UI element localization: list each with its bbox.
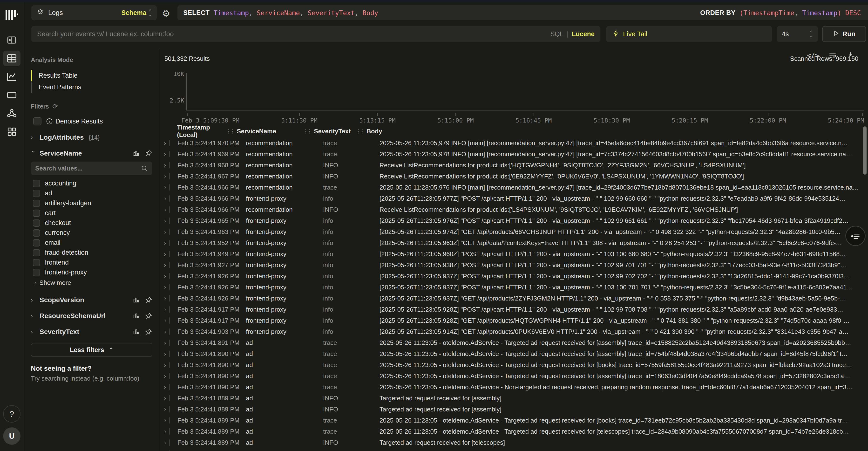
table-row[interactable]: ›Feb 3 5:24:41.966 PMfrontend-proxyinfo[…	[160, 193, 868, 204]
table-scrollbar[interactable]	[863, 126, 867, 233]
mode-results-table[interactable]: Results Table	[31, 70, 152, 81]
expand-row-icon[interactable]: ›	[160, 405, 169, 413]
table-row[interactable]: ›Feb 3 5:24:41.927 PMfrontend-proxyinfo[…	[160, 260, 868, 271]
table-row[interactable]: ›Feb 3 5:24:41.889 PMadINFOTargeted ad r…	[160, 437, 868, 448]
checkbox[interactable]	[33, 190, 40, 197]
expand-row-icon[interactable]: ›	[160, 317, 169, 324]
bar-chart-icon[interactable]	[133, 150, 140, 157]
expand-row-icon[interactable]: ›	[160, 417, 169, 424]
run-button[interactable]: Run	[822, 26, 866, 42]
refresh-filters-icon[interactable]: ⟳	[52, 102, 58, 111]
expand-row-icon[interactable]: ›	[160, 350, 169, 358]
table-row[interactable]: ›Feb 3 5:24:41.963 PMfrontend-proxyinfo[…	[160, 226, 868, 237]
checkbox[interactable]	[33, 180, 40, 187]
expand-row-icon[interactable]: ›	[160, 262, 169, 269]
expand-row-icon[interactable]: ›	[160, 273, 169, 280]
filter-group-scopeversion[interactable]: ›ScopeVersion	[31, 296, 152, 304]
expand-row-icon[interactable]: ›	[160, 217, 169, 224]
source-selector[interactable]: Logs Schema ⌃⌄	[31, 5, 157, 20]
expand-row-icon[interactable]: ›	[160, 228, 169, 236]
expand-row-icon[interactable]: ›	[160, 239, 169, 247]
expand-row-icon[interactable]: ›	[160, 161, 169, 169]
expand-row-icon[interactable]: ›	[160, 339, 169, 347]
orderby-query-input[interactable]: ORDER BY (TimestampTime, Timestamp) DESC	[694, 5, 868, 20]
filter-value-cart[interactable]: cart	[31, 208, 152, 218]
expand-row-icon[interactable]: ›	[160, 250, 169, 258]
checkbox[interactable]	[33, 219, 40, 227]
filter-value-frontend[interactable]: frontend	[31, 258, 152, 267]
filter-value-email[interactable]: email	[31, 238, 152, 248]
expand-row-icon[interactable]: ›	[160, 283, 169, 291]
table-row[interactable]: ›Feb 3 5:24:41.969 PMrecommendationtrace…	[160, 149, 868, 160]
search-bar[interactable]: Search your events w/ Lucene ex. column:…	[31, 26, 600, 42]
filter-group-severitytext[interactable]: ›SeverityText	[31, 328, 152, 336]
table-row[interactable]: ›Feb 3 5:24:41.917 PMfrontend-proxyinfo[…	[160, 315, 868, 326]
expand-row-icon[interactable]: ›	[160, 206, 169, 213]
mode-sql[interactable]: SQL	[550, 30, 563, 38]
sidebar-item-sessions[interactable]	[3, 32, 21, 48]
table-row[interactable]: ›Feb 3 5:24:41.889 PMadtrace2025-05-26 1…	[160, 415, 868, 426]
table-row[interactable]: ›Feb 3 5:24:41.889 PMadtrace2025-05-26 1…	[160, 426, 868, 437]
schema-selector[interactable]: Schema ⌃⌄	[121, 9, 152, 17]
sidebar-item-search-logs[interactable]	[3, 51, 21, 66]
filter-value-checkout[interactable]: checkout	[31, 218, 152, 228]
table-row[interactable]: ›Feb 3 5:24:41.917 PMfrontend-proxyinfo[…	[160, 304, 868, 315]
filter-value-currency[interactable]: currency	[31, 228, 152, 238]
pin-icon[interactable]	[145, 328, 152, 335]
table-row[interactable]: ›Feb 3 5:24:41.926 PMfrontend-proxyinfo[…	[160, 282, 868, 293]
expand-row-icon[interactable]: ›	[160, 295, 169, 302]
drag-handle-icon[interactable]: ⋮⋮	[226, 128, 234, 134]
checkbox[interactable]	[33, 249, 40, 257]
mode-event-patterns[interactable]: Event Patterns	[31, 81, 152, 93]
filter-value-frontend-proxy[interactable]: frontend-proxy	[31, 267, 152, 277]
table-row[interactable]: ›Feb 3 5:24:41.970 PMrecommendationtrace…	[160, 138, 868, 149]
expand-row-icon[interactable]: ›	[160, 195, 169, 202]
table-row[interactable]: ›Feb 3 5:24:41.890 PMadtrace2025-05-26 1…	[160, 370, 868, 382]
checkbox[interactable]	[33, 269, 40, 276]
table-row[interactable]: ›Feb 3 5:24:41.903 PMfrontend-proxyinfo[…	[160, 326, 868, 337]
expand-row-icon[interactable]: ›	[160, 428, 169, 435]
expand-row-icon[interactable]: ›	[160, 372, 169, 380]
filter-value-artillery-loadgen[interactable]: artillery-loadgen	[31, 198, 152, 208]
checkbox[interactable]	[33, 200, 40, 207]
table-row[interactable]: ›Feb 3 5:24:41.926 PMfrontend-proxyinfo[…	[160, 293, 868, 304]
less-filters-button[interactable]: Less filters ⌃	[31, 343, 152, 357]
pin-icon[interactable]	[145, 312, 152, 320]
column-header-servicename[interactable]: ⋮⋮ ServiceName	[222, 128, 300, 135]
bar-chart-icon[interactable]	[133, 312, 140, 320]
bar-chart-icon[interactable]	[133, 296, 140, 304]
table-row[interactable]: ›Feb 3 5:24:41.890 PMadtrace2025-05-26 1…	[160, 359, 868, 370]
sidebar-item-chart-explorer[interactable]	[3, 69, 21, 84]
scrollbar-thumb[interactable]	[863, 126, 867, 175]
expand-row-icon[interactable]: ›	[160, 173, 169, 180]
expand-row-icon[interactable]: ›	[160, 361, 169, 369]
gear-icon[interactable]: ⚙	[162, 8, 170, 19]
filter-value-search[interactable]: Search values...	[31, 161, 152, 175]
table-row[interactable]: ›Feb 3 5:24:41.966 PMrecommendationtrace…	[160, 182, 868, 193]
table-row[interactable]: ›Feb 3 5:24:41.891 PMadtrace2025-05-26 1…	[160, 337, 868, 348]
denoise-checkbox[interactable]	[33, 117, 41, 125]
expand-row-icon[interactable]: ›	[160, 306, 169, 313]
checkbox[interactable]	[33, 259, 40, 266]
show-more-button[interactable]: › Show more	[31, 277, 152, 288]
denoise-toggle[interactable]: Denoise Results	[31, 117, 152, 125]
table-row[interactable]: ›Feb 3 5:24:41.966 PMrecommendationINFOR…	[160, 204, 868, 215]
select-query-input[interactable]: SELECT Timestamp, ServiceName, SeverityT…	[178, 5, 710, 20]
column-header-severitytext[interactable]: ⋮⋮ SeverityText	[300, 128, 356, 135]
mode-lucene[interactable]: Lucene	[572, 30, 595, 38]
table-row[interactable]: ›Feb 3 5:24:41.967 PMrecommendationINFOR…	[160, 171, 868, 182]
table-row[interactable]: ›Feb 3 5:24:41.890 PMadtrace2025-05-26 1…	[160, 348, 868, 359]
expand-row-icon[interactable]: ›	[160, 150, 169, 158]
pin-icon[interactable]	[145, 296, 152, 304]
drag-handle-icon[interactable]: ⋮⋮	[303, 128, 311, 134]
table-row[interactable]: ›Feb 3 5:24:41.952 PMfrontend-proxyinfo[…	[160, 237, 868, 248]
expand-row-icon[interactable]: ›	[160, 439, 169, 446]
results-histogram[interactable]: 10K 2.5K Feb 3 5:09:30 PM5:11:30 PM5:13:…	[164, 68, 864, 124]
table-row[interactable]: ›Feb 3 5:24:41.965 PMfrontend-proxyinfo[…	[160, 215, 868, 226]
sidebar-item-apps[interactable]	[3, 124, 21, 140]
table-row[interactable]: ›Feb 3 5:24:41.949 PMfrontend-proxyinfo[…	[160, 248, 868, 260]
filter-group-resourceschemaurl[interactable]: ›ResourceSchemaUrl	[31, 312, 152, 320]
drag-handle-icon[interactable]: ⋮⋮	[356, 128, 364, 134]
pin-icon[interactable]	[145, 150, 152, 157]
code-view-icon[interactable]: </>	[807, 52, 819, 59]
